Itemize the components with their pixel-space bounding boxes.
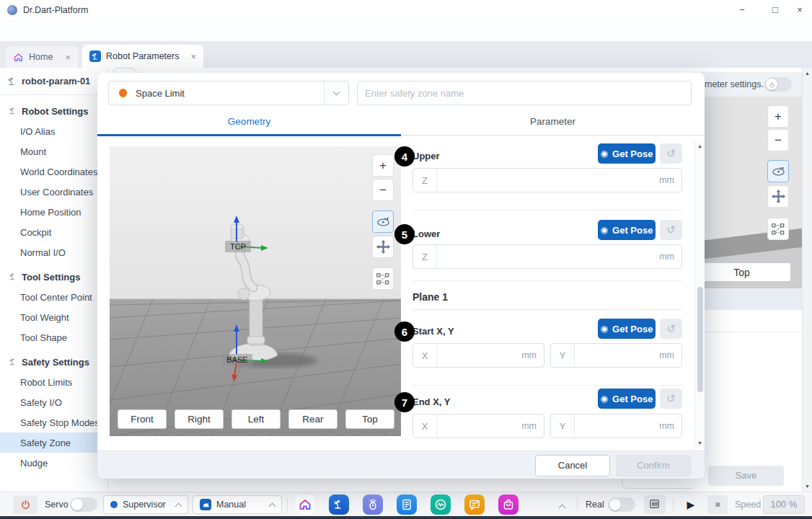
view-left-button[interactable]: Left xyxy=(231,409,281,429)
sidebar-item-robot-limits[interactable]: Robot Limits xyxy=(0,372,108,392)
real-mode-toggle[interactable] xyxy=(608,497,635,512)
zone-3d-viewer[interactable]: TCP BASE + − Front R xyxy=(110,146,401,436)
lower-reset-button[interactable]: ↺ xyxy=(660,220,682,240)
end-reset-button[interactable]: ↺ xyxy=(660,389,682,409)
end-y-input[interactable]: Y mm xyxy=(550,414,682,438)
sidebar-item-safety-stop-modes[interactable]: Safety Stop Modes xyxy=(0,412,108,432)
zoom-out-button[interactable]: − xyxy=(372,179,394,201)
rotate-view-button[interactable] xyxy=(372,210,394,233)
cancel-button[interactable]: Cancel xyxy=(535,455,610,476)
upper-z-input[interactable]: Z mm xyxy=(412,168,682,192)
sidebar-item-mount[interactable]: Mount xyxy=(0,141,108,161)
play-button[interactable]: ▶ xyxy=(681,495,700,514)
robot-mode-select[interactable]: Manual xyxy=(193,495,282,514)
tab-robot-parameters[interactable]: Robot Parameters × xyxy=(82,45,203,68)
pan-view-button[interactable] xyxy=(372,236,394,258)
simulation-3d-button[interactable]: 3D xyxy=(644,495,666,514)
chevron-up-icon xyxy=(175,502,182,510)
lower-z-value[interactable] xyxy=(437,245,659,268)
dock-jog-icon[interactable] xyxy=(363,494,383,515)
servo-toggle[interactable] xyxy=(70,497,97,512)
scroll-up-icon[interactable]: ▲ xyxy=(695,143,705,148)
view-right-button[interactable]: Right xyxy=(175,409,224,429)
sidebar-item-home-position[interactable]: Home Position xyxy=(0,202,108,222)
sidebar-header-robot-settings: Robot Settings xyxy=(0,101,108,121)
end-get-pose-button[interactable]: ◉ Get Pose xyxy=(598,389,656,409)
sidebar-item-tool-center-point[interactable]: Tool Center Point xyxy=(0,287,108,307)
start-x-input[interactable]: X mm xyxy=(412,343,544,368)
dock-task-icon[interactable] xyxy=(397,494,417,515)
background-3d-viewer[interactable]: + − xyxy=(692,97,802,288)
minimize-button[interactable]: − xyxy=(730,0,754,20)
view-rear-button[interactable]: Rear xyxy=(288,409,337,429)
view-front-button[interactable]: Front xyxy=(118,409,167,429)
sidebar-item-world-coordinates[interactable]: World Coordinates xyxy=(0,161,108,182)
scroll-down-icon[interactable]: ▼ xyxy=(695,440,705,445)
sidebar-item-safety-io[interactable]: Safety I/O xyxy=(0,392,108,412)
start-y-value[interactable] xyxy=(575,344,659,367)
view-top-button[interactable]: Top xyxy=(345,409,394,429)
dock-store-icon[interactable] xyxy=(498,494,518,515)
tab-geometry[interactable]: Geometry xyxy=(97,107,401,135)
end-x-value[interactable] xyxy=(437,414,521,438)
settings-lock-toggle[interactable] xyxy=(764,77,792,92)
bg-view-top-button[interactable]: Top xyxy=(692,262,791,282)
start-x-value[interactable] xyxy=(437,344,521,367)
start-get-pose-button[interactable]: ◉ Get Pose xyxy=(598,319,656,339)
bg-rotate-view-button[interactable] xyxy=(767,160,789,182)
bg-measure-button[interactable] xyxy=(767,218,789,240)
axis-prefix: Y xyxy=(551,344,575,367)
scroll-up-icon[interactable]: ▲ xyxy=(803,71,812,76)
robot-icon xyxy=(9,358,17,366)
dock-monitor-icon[interactable] xyxy=(431,494,451,515)
start-reset-button[interactable]: ↺ xyxy=(660,319,682,339)
tab-home[interactable]: Home × xyxy=(6,46,78,68)
user-role-select[interactable]: Supervisor xyxy=(103,495,188,514)
sidebar-item-tool-weight[interactable]: Tool Weight xyxy=(0,307,108,327)
zone-name-input[interactable] xyxy=(357,81,692,105)
sidebar-item-user-coordinates[interactable]: User Coordinates xyxy=(0,182,108,202)
main-scrollbar[interactable]: ▲ ▼ xyxy=(802,68,812,492)
confirm-button[interactable]: Confirm xyxy=(616,455,691,476)
power-button[interactable] xyxy=(13,495,37,514)
bg-zoom-out-button[interactable]: − xyxy=(767,129,789,151)
tab-robot-parameters-close-icon[interactable]: × xyxy=(190,51,196,62)
zone-type-select[interactable]: Space Limit xyxy=(108,81,349,105)
sidebar-item-tool-shape[interactable]: Tool Shape xyxy=(0,327,108,347)
bg-pan-view-button[interactable] xyxy=(767,185,789,208)
tab-parameter[interactable]: Parameter xyxy=(401,107,705,135)
zoom-in-button[interactable]: + xyxy=(372,154,394,177)
save-button[interactable]: Save xyxy=(708,466,784,486)
dock-message-icon[interactable] xyxy=(464,494,485,515)
sidebar-item-cockpit[interactable]: Cockpit xyxy=(0,222,108,242)
dialog-scrollbar[interactable]: ▲ ▼ xyxy=(694,141,705,448)
lower-z-input[interactable]: Z mm xyxy=(412,244,682,269)
upper-reset-button[interactable]: ↺ xyxy=(660,143,682,164)
speed-value-box[interactable]: 100 % xyxy=(763,495,805,514)
scroll-down-icon[interactable]: ▼ xyxy=(803,484,812,489)
scrollbar-thumb[interactable] xyxy=(697,287,703,392)
maximize-button[interactable]: □ xyxy=(763,0,787,20)
sidebar-robot-param-item[interactable]: robot-param-01 xyxy=(0,68,108,95)
dock-home-icon[interactable] xyxy=(295,494,315,515)
end-y-value[interactable] xyxy=(575,414,659,438)
dock-robot-parameters-icon[interactable] xyxy=(329,494,349,515)
chevron-up-icon xyxy=(269,502,276,510)
tab-home-close-icon[interactable]: × xyxy=(65,52,71,63)
unit-label: mm xyxy=(659,252,674,262)
stop-button[interactable]: ■ xyxy=(707,495,728,514)
upper-get-pose-button[interactable]: ◉ Get Pose xyxy=(598,143,656,164)
start-y-input[interactable]: Y mm xyxy=(550,343,682,368)
close-button[interactable]: × xyxy=(787,0,812,20)
measure-button[interactable] xyxy=(372,267,394,290)
sidebar-item-normal-io[interactable]: Normal I/O xyxy=(0,242,108,262)
dock-collapse-icon[interactable] xyxy=(559,505,566,512)
upper-z-value[interactable] xyxy=(437,169,659,192)
bg-zoom-in-button[interactable]: + xyxy=(767,105,789,128)
lower-get-pose-button[interactable]: ◉ Get Pose xyxy=(598,220,656,240)
parameter-settings-strip: meter settings. xyxy=(692,72,802,97)
end-x-input[interactable]: X mm xyxy=(412,414,544,438)
sidebar-item-safety-zone[interactable]: Safety Zone xyxy=(0,432,108,453)
sidebar-item-io-alias[interactable]: I/O Alias xyxy=(0,121,108,141)
sidebar-item-nudge[interactable]: Nudge xyxy=(0,453,108,473)
